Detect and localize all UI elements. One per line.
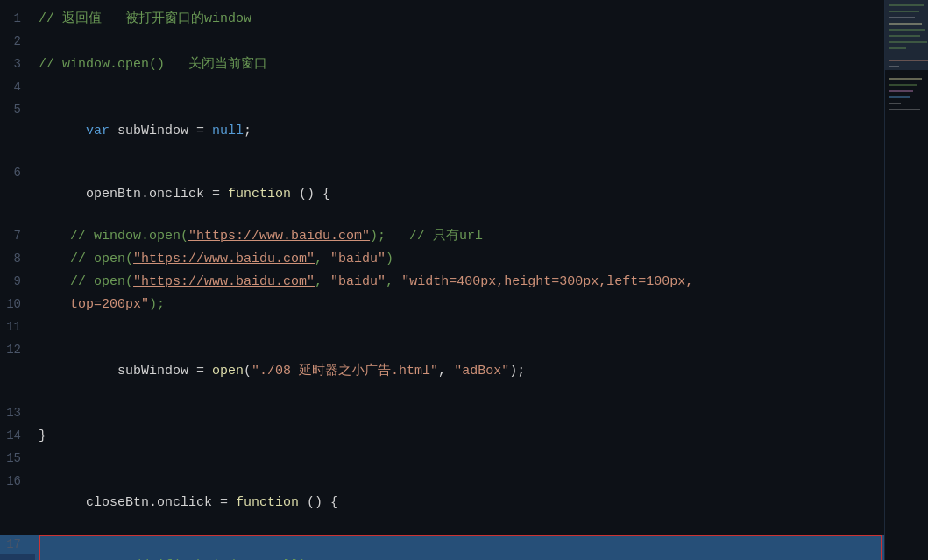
code-line-16: 16 closeBtn.onclick = function () { (0, 471, 928, 535)
code-line-13: 13 (0, 403, 928, 426)
selected-code-block: 17 // if(subWindow==null) 18 if (!subWin… (0, 535, 928, 560)
code-line-3: 3 // window.open() 关闭当前窗口 (0, 54, 928, 77)
code-line-1: 1 // 返回值 被打开窗口的window (0, 9, 928, 32)
svg-rect-14 (889, 103, 901, 104)
code-line-10: 10 top=200px"); (0, 294, 928, 317)
code-line-12: 12 subWindow = open("./08 延时器之小广告.html",… (0, 340, 928, 403)
minimap (884, 0, 928, 560)
code-line-15: 15 (0, 449, 928, 471)
code-line-17: 17 // if(subWindow==null) (0, 535, 928, 560)
code-editor[interactable]: 1 // 返回值 被打开窗口的window 2 3 // window.open… (0, 0, 928, 560)
code-line-9: 9 // open("https://www.baidu.com", "baid… (0, 272, 928, 294)
svg-rect-10 (889, 78, 922, 80)
code-line-11: 11 (0, 317, 928, 340)
svg-rect-11 (889, 84, 917, 86)
code-line-7: 7 // window.open("https://www.baidu.com"… (0, 226, 928, 249)
svg-rect-5 (889, 35, 920, 37)
svg-rect-8 (889, 60, 928, 61)
svg-rect-1 (889, 11, 919, 12)
code-line-2: 2 (0, 32, 928, 54)
svg-rect-3 (889, 23, 922, 25)
svg-rect-7 (889, 47, 906, 49)
svg-rect-4 (889, 29, 925, 31)
svg-rect-6 (889, 41, 927, 43)
svg-rect-15 (889, 109, 920, 110)
svg-rect-9 (889, 66, 899, 67)
svg-rect-13 (889, 96, 910, 98)
code-line-14: 14 } (0, 426, 928, 449)
code-line-6: 6 openBtn.onclick = function () { (0, 163, 928, 226)
svg-rect-0 (889, 4, 924, 6)
code-line-4: 4 (0, 77, 928, 100)
svg-rect-12 (889, 90, 913, 92)
minimap-code (885, 0, 928, 560)
svg-rect-2 (889, 17, 915, 18)
code-line-8: 8 // open("https://www.baidu.com", "baid… (0, 249, 928, 272)
code-line-5: 5 var subWindow = null; (0, 100, 928, 163)
